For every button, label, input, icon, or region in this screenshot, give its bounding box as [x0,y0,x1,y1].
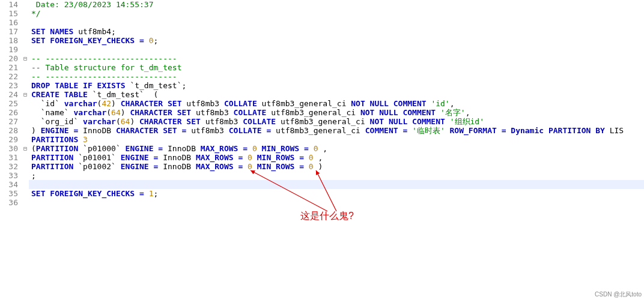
fold-spacer [22,171,29,180]
code-line[interactable]: (PARTITION `p01000` ENGINE = InnoDB MAX_… [29,144,644,153]
code-line[interactable]: */ [29,9,644,18]
line-number: 26 [0,108,18,117]
code-line[interactable]: -- Table structure for t_dm_test [29,63,644,72]
fold-spacer [22,72,29,81]
fold-toggle-icon[interactable]: ⊟ [22,144,29,153]
line-number: 34 [0,180,18,189]
line-number: 16 [0,18,18,27]
line-number: 19 [0,45,18,54]
fold-spacer [22,153,29,162]
fold-spacer [22,45,29,54]
line-number: 27 [0,117,18,126]
code-line[interactable]: PARTITION `p01001` ENGINE = InnoDB MAX_R… [29,153,644,162]
fold-spacer [22,0,29,9]
code-line[interactable]: `id` varchar(42) CHARACTER SET utf8mb3 C… [29,99,644,108]
line-number: 23 [0,81,18,90]
code-line[interactable]: Date: 23/08/2023 14:55:37 [29,0,644,9]
code-line[interactable]: CREATE TABLE `t_dm_test` ( [29,90,644,99]
line-number: 17 [0,27,18,36]
line-number: 33 [0,171,18,180]
code-line[interactable] [29,180,644,189]
fold-spacer [22,27,29,36]
code-line[interactable]: ; [29,171,644,180]
line-number: 28 [0,126,18,135]
fold-toggle-icon[interactable]: ⊟ [22,54,29,63]
line-number: 21 [0,63,18,72]
line-number: 22 [0,72,18,81]
code-line[interactable]: DROP TABLE IF EXISTS `t_dm_test`; [29,81,644,90]
code-line[interactable]: -- ---------------------------- [29,72,644,81]
code-line[interactable]: -- ---------------------------- [29,54,644,63]
code-line[interactable]: PARTITIONS 3 [29,135,644,144]
code-line[interactable]: `org_id` varchar(64) CHARACTER SET utf8m… [29,117,644,126]
fold-spacer [22,108,29,117]
line-number: 25 [0,99,18,108]
fold-spacer [22,18,29,27]
fold-column[interactable]: ⊟⊟⊟ [22,0,29,300]
code-line[interactable] [29,198,644,207]
code-line[interactable]: SET NAMES utf8mb4; [29,27,644,36]
line-number: 18 [0,36,18,45]
line-number: 29 [0,135,18,144]
fold-spacer [22,189,29,198]
fold-spacer [22,117,29,126]
fold-spacer [22,81,29,90]
line-number: 15 [0,9,18,18]
code-line[interactable] [29,18,644,27]
line-gutter: 1415161718192021222324252627282930313233… [0,0,22,300]
line-number: 24 [0,90,18,99]
code-line[interactable]: SET FOREIGN_KEY_CHECKS = 1; [29,189,644,198]
fold-spacer [22,9,29,18]
line-number: 20 [0,54,18,63]
code-line[interactable]: `name` varchar(64) CHARACTER SET utf8mb3… [29,108,644,117]
fold-spacer [22,162,29,171]
code-line[interactable]: SET FOREIGN_KEY_CHECKS = 0; [29,36,644,45]
code-line[interactable] [29,45,644,54]
fold-spacer [22,135,29,144]
line-number: 32 [0,162,18,171]
code-area[interactable]: Date: 23/08/2023 14:55:37*/SET NAMES utf… [29,0,644,300]
code-line[interactable]: PARTITION `p01002` ENGINE = InnoDB MAX_R… [29,162,644,171]
fold-spacer [22,99,29,108]
line-number: 30 [0,144,18,153]
line-number: 35 [0,189,18,198]
line-number: 36 [0,198,18,207]
fold-toggle-icon[interactable]: ⊟ [22,90,29,99]
line-number: 31 [0,153,18,162]
fold-spacer [22,36,29,45]
annotation-text: 这是什么鬼? [300,210,354,223]
fold-spacer [22,126,29,135]
code-editor[interactable]: 1415161718192021222324252627282930313233… [0,0,644,300]
fold-spacer [22,63,29,72]
fold-spacer [22,180,29,189]
watermark: CSDN @北风toto [595,290,642,299]
fold-spacer [22,198,29,207]
line-number: 14 [0,0,18,9]
code-line[interactable]: ) ENGINE = InnoDB CHARACTER SET = utf8mb… [29,126,644,135]
